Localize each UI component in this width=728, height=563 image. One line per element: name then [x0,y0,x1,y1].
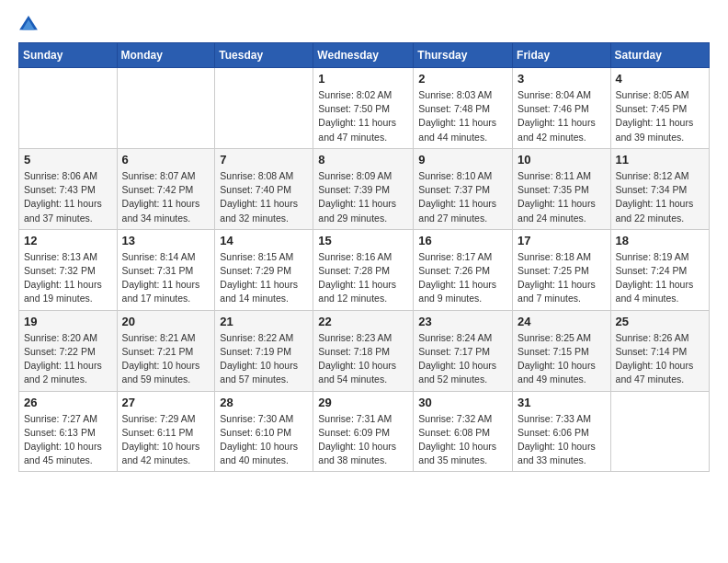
logo [18,15,42,35]
day-number: 17 [518,234,606,247]
calendar-week-row: 12Sunrise: 8:13 AMSunset: 7:32 PMDayligh… [19,229,710,310]
day-number: 24 [518,315,606,328]
calendar-cell: 20Sunrise: 8:21 AMSunset: 7:21 PMDayligh… [117,310,215,391]
calendar-cell: 25Sunrise: 8:26 AMSunset: 7:14 PMDayligh… [610,310,709,391]
day-info: Sunrise: 7:32 AMSunset: 6:08 PMDaylight:… [418,412,507,468]
calendar-cell: 31Sunrise: 7:33 AMSunset: 6:06 PMDayligh… [513,391,611,472]
calendar-week-row: 1Sunrise: 8:02 AMSunset: 7:50 PMDaylight… [19,68,710,149]
calendar-cell: 27Sunrise: 7:29 AMSunset: 6:11 PMDayligh… [117,391,215,472]
calendar-cell [610,391,709,472]
calendar-cell: 5Sunrise: 8:06 AMSunset: 7:43 PMDaylight… [19,148,118,229]
calendar-cell: 4Sunrise: 8:05 AMSunset: 7:45 PMDaylight… [610,68,709,149]
day-info: Sunrise: 8:02 AMSunset: 7:50 PMDaylight:… [318,88,408,144]
day-number: 7 [220,153,308,167]
calendar-cell: 18Sunrise: 8:19 AMSunset: 7:24 PMDayligh… [610,229,709,310]
calendar-cell: 8Sunrise: 8:09 AMSunset: 7:39 PMDaylight… [313,148,414,229]
day-number: 8 [318,153,408,167]
day-number: 19 [24,315,112,328]
day-number: 31 [518,396,606,409]
day-number: 6 [122,153,210,167]
calendar-cell: 14Sunrise: 8:15 AMSunset: 7:29 PMDayligh… [215,229,313,310]
calendar-table: SundayMondayTuesdayWednesdayThursdayFrid… [18,42,710,472]
calendar-cell: 21Sunrise: 8:22 AMSunset: 7:19 PMDayligh… [215,310,313,391]
day-number: 26 [24,396,112,409]
day-info: Sunrise: 8:16 AMSunset: 7:28 PMDaylight:… [318,250,408,306]
calendar-cell: 26Sunrise: 7:27 AMSunset: 6:13 PMDayligh… [19,391,118,472]
logo-icon [18,15,39,35]
day-number: 16 [418,234,507,247]
calendar-cell: 2Sunrise: 8:03 AMSunset: 7:48 PMDaylight… [414,68,513,149]
calendar-header-saturday: Saturday [610,43,709,68]
calendar-cell: 11Sunrise: 8:12 AMSunset: 7:34 PMDayligh… [610,148,709,229]
day-info: Sunrise: 8:09 AMSunset: 7:39 PMDaylight:… [318,169,408,225]
day-info: Sunrise: 8:04 AMSunset: 7:46 PMDaylight:… [518,88,606,144]
calendar-header-friday: Friday [513,43,611,68]
calendar-cell [117,68,215,149]
calendar-cell: 7Sunrise: 8:08 AMSunset: 7:40 PMDaylight… [215,148,313,229]
day-info: Sunrise: 8:18 AMSunset: 7:25 PMDaylight:… [518,250,606,306]
calendar-cell: 3Sunrise: 8:04 AMSunset: 7:46 PMDaylight… [513,68,611,149]
calendar-cell: 16Sunrise: 8:17 AMSunset: 7:26 PMDayligh… [414,229,513,310]
calendar-header-monday: Monday [117,43,215,68]
day-info: Sunrise: 8:10 AMSunset: 7:37 PMDaylight:… [418,169,507,225]
calendar-cell: 10Sunrise: 8:11 AMSunset: 7:35 PMDayligh… [513,148,611,229]
calendar-cell: 9Sunrise: 8:10 AMSunset: 7:37 PMDaylight… [414,148,513,229]
calendar-header-sunday: Sunday [19,43,118,68]
day-info: Sunrise: 8:03 AMSunset: 7:48 PMDaylight:… [418,88,507,144]
day-info: Sunrise: 8:12 AMSunset: 7:34 PMDaylight:… [616,169,704,225]
day-number: 4 [616,72,704,86]
day-info: Sunrise: 8:23 AMSunset: 7:18 PMDaylight:… [318,331,408,387]
calendar-week-row: 26Sunrise: 7:27 AMSunset: 6:13 PMDayligh… [19,391,710,472]
day-number: 2 [418,72,507,86]
calendar-cell: 17Sunrise: 8:18 AMSunset: 7:25 PMDayligh… [513,229,611,310]
day-info: Sunrise: 8:26 AMSunset: 7:14 PMDaylight:… [616,331,704,387]
day-info: Sunrise: 7:29 AMSunset: 6:11 PMDaylight:… [122,412,210,468]
day-info: Sunrise: 8:17 AMSunset: 7:26 PMDaylight:… [418,250,507,306]
calendar-week-row: 19Sunrise: 8:20 AMSunset: 7:22 PMDayligh… [19,310,710,391]
calendar-week-row: 5Sunrise: 8:06 AMSunset: 7:43 PMDaylight… [19,148,710,229]
calendar-cell [215,68,313,149]
day-number: 15 [318,234,408,247]
calendar-header-tuesday: Tuesday [215,43,313,68]
day-info: Sunrise: 8:08 AMSunset: 7:40 PMDaylight:… [220,169,308,225]
day-info: Sunrise: 8:19 AMSunset: 7:24 PMDaylight:… [616,250,704,306]
calendar-cell [19,68,118,149]
day-info: Sunrise: 8:20 AMSunset: 7:22 PMDaylight:… [24,331,112,387]
day-number: 28 [220,396,308,409]
calendar-cell: 6Sunrise: 8:07 AMSunset: 7:42 PMDaylight… [117,148,215,229]
calendar-header-thursday: Thursday [414,43,513,68]
day-info: Sunrise: 8:11 AMSunset: 7:35 PMDaylight:… [518,169,606,225]
calendar-cell: 22Sunrise: 8:23 AMSunset: 7:18 PMDayligh… [313,310,414,391]
calendar-header-row: SundayMondayTuesdayWednesdayThursdayFrid… [19,43,710,68]
day-number: 9 [418,153,507,167]
calendar-cell: 13Sunrise: 8:14 AMSunset: 7:31 PMDayligh… [117,229,215,310]
calendar-header-wednesday: Wednesday [313,43,414,68]
day-number: 25 [616,315,704,328]
day-info: Sunrise: 7:30 AMSunset: 6:10 PMDaylight:… [220,412,308,468]
day-number: 12 [24,234,112,247]
day-number: 14 [220,234,308,247]
day-number: 10 [518,153,606,167]
page-container: SundayMondayTuesdayWednesdayThursdayFrid… [0,0,728,481]
day-info: Sunrise: 7:27 AMSunset: 6:13 PMDaylight:… [24,412,112,468]
day-info: Sunrise: 8:22 AMSunset: 7:19 PMDaylight:… [220,331,308,387]
day-number: 29 [318,396,408,409]
calendar-cell: 12Sunrise: 8:13 AMSunset: 7:32 PMDayligh… [19,229,118,310]
day-info: Sunrise: 7:33 AMSunset: 6:06 PMDaylight:… [518,412,606,468]
day-number: 5 [24,153,112,167]
day-info: Sunrise: 8:25 AMSunset: 7:15 PMDaylight:… [518,331,606,387]
day-number: 27 [122,396,210,409]
day-number: 11 [616,153,704,167]
calendar-cell: 28Sunrise: 7:30 AMSunset: 6:10 PMDayligh… [215,391,313,472]
calendar-cell: 29Sunrise: 7:31 AMSunset: 6:09 PMDayligh… [313,391,414,472]
day-info: Sunrise: 8:14 AMSunset: 7:31 PMDaylight:… [122,250,210,306]
day-info: Sunrise: 8:06 AMSunset: 7:43 PMDaylight:… [24,169,112,225]
day-info: Sunrise: 8:21 AMSunset: 7:21 PMDaylight:… [122,331,210,387]
day-info: Sunrise: 8:13 AMSunset: 7:32 PMDaylight:… [24,250,112,306]
day-info: Sunrise: 8:07 AMSunset: 7:42 PMDaylight:… [122,169,210,225]
day-info: Sunrise: 8:15 AMSunset: 7:29 PMDaylight:… [220,250,308,306]
header [18,15,710,35]
day-number: 13 [122,234,210,247]
calendar-cell: 19Sunrise: 8:20 AMSunset: 7:22 PMDayligh… [19,310,118,391]
day-number: 3 [518,72,606,86]
